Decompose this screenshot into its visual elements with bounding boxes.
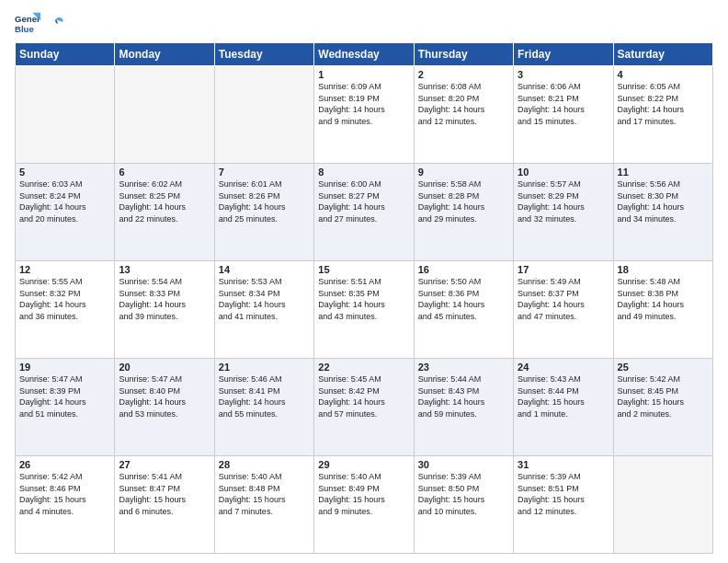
calendar-cell: 13Sunrise: 5:54 AM Sunset: 8:33 PM Dayli… <box>115 261 214 359</box>
col-thursday: Thursday <box>414 43 513 66</box>
logo: General Blue <box>15 11 64 37</box>
logo-bird-icon <box>48 16 64 32</box>
day-number: 4 <box>618 69 709 80</box>
day-number: 8 <box>318 167 409 178</box>
calendar-cell: 10Sunrise: 5:57 AM Sunset: 8:29 PM Dayli… <box>514 164 613 261</box>
calendar-week-row: 12Sunrise: 5:55 AM Sunset: 8:32 PM Dayli… <box>16 261 713 359</box>
day-number: 9 <box>418 167 509 178</box>
calendar-week-row: 26Sunrise: 5:42 AM Sunset: 8:46 PM Dayli… <box>16 456 713 554</box>
day-number: 31 <box>518 459 609 470</box>
day-info: Sunrise: 5:47 AM Sunset: 8:39 PM Dayligh… <box>19 373 110 419</box>
calendar-cell: 26Sunrise: 5:42 AM Sunset: 8:46 PM Dayli… <box>16 456 115 554</box>
day-info: Sunrise: 5:45 AM Sunset: 8:42 PM Dayligh… <box>318 373 409 419</box>
day-info: Sunrise: 5:40 AM Sunset: 8:49 PM Dayligh… <box>318 471 409 517</box>
day-info: Sunrise: 5:55 AM Sunset: 8:32 PM Dayligh… <box>19 276 110 322</box>
calendar-cell: 20Sunrise: 5:47 AM Sunset: 8:40 PM Dayli… <box>115 359 214 456</box>
day-number: 18 <box>618 264 709 275</box>
col-saturday: Saturday <box>613 43 712 66</box>
day-number: 1 <box>318 69 409 80</box>
calendar-cell: 2Sunrise: 6:08 AM Sunset: 8:20 PM Daylig… <box>414 66 513 164</box>
logo-icon: General Blue <box>15 11 40 37</box>
day-info: Sunrise: 5:53 AM Sunset: 8:34 PM Dayligh… <box>219 276 310 322</box>
svg-text:Blue: Blue <box>15 24 34 34</box>
calendar-cell: 30Sunrise: 5:39 AM Sunset: 8:50 PM Dayli… <box>414 456 513 554</box>
day-info: Sunrise: 5:56 AM Sunset: 8:30 PM Dayligh… <box>618 178 709 224</box>
calendar-header-row: Sunday Monday Tuesday Wednesday Thursday… <box>16 43 713 66</box>
day-info: Sunrise: 5:50 AM Sunset: 8:36 PM Dayligh… <box>418 276 509 322</box>
col-tuesday: Tuesday <box>214 43 313 66</box>
day-info: Sunrise: 5:57 AM Sunset: 8:29 PM Dayligh… <box>518 178 609 224</box>
day-number: 29 <box>318 459 409 470</box>
col-friday: Friday <box>514 43 613 66</box>
day-info: Sunrise: 6:01 AM Sunset: 8:26 PM Dayligh… <box>219 178 310 224</box>
day-number: 16 <box>418 264 509 275</box>
calendar-cell: 19Sunrise: 5:47 AM Sunset: 8:39 PM Dayli… <box>16 359 115 456</box>
day-number: 17 <box>518 264 609 275</box>
calendar-cell: 11Sunrise: 5:56 AM Sunset: 8:30 PM Dayli… <box>613 164 712 261</box>
day-number: 25 <box>618 362 709 373</box>
day-info: Sunrise: 5:49 AM Sunset: 8:37 PM Dayligh… <box>518 276 609 322</box>
calendar-table: Sunday Monday Tuesday Wednesday Thursday… <box>15 42 713 554</box>
calendar-cell: 8Sunrise: 6:00 AM Sunset: 8:27 PM Daylig… <box>314 164 414 261</box>
day-number: 6 <box>119 167 210 178</box>
day-info: Sunrise: 5:44 AM Sunset: 8:43 PM Dayligh… <box>418 373 509 419</box>
calendar-cell <box>613 456 712 554</box>
day-number: 7 <box>219 167 310 178</box>
calendar-cell: 6Sunrise: 6:02 AM Sunset: 8:25 PM Daylig… <box>115 164 214 261</box>
calendar-cell: 9Sunrise: 5:58 AM Sunset: 8:28 PM Daylig… <box>414 164 513 261</box>
day-info: Sunrise: 5:42 AM Sunset: 8:46 PM Dayligh… <box>19 471 110 517</box>
calendar-cell: 24Sunrise: 5:43 AM Sunset: 8:44 PM Dayli… <box>514 359 613 456</box>
day-info: Sunrise: 6:00 AM Sunset: 8:27 PM Dayligh… <box>318 178 409 224</box>
calendar-cell: 22Sunrise: 5:45 AM Sunset: 8:42 PM Dayli… <box>314 359 414 456</box>
calendar-cell: 3Sunrise: 6:06 AM Sunset: 8:21 PM Daylig… <box>514 66 613 164</box>
day-info: Sunrise: 6:02 AM Sunset: 8:25 PM Dayligh… <box>119 178 210 224</box>
calendar-cell: 27Sunrise: 5:41 AM Sunset: 8:47 PM Dayli… <box>115 456 214 554</box>
calendar-week-row: 1Sunrise: 6:09 AM Sunset: 8:19 PM Daylig… <box>16 66 713 164</box>
day-number: 3 <box>518 69 609 80</box>
day-number: 13 <box>119 264 210 275</box>
calendar-cell: 29Sunrise: 5:40 AM Sunset: 8:49 PM Dayli… <box>314 456 414 554</box>
day-info: Sunrise: 5:51 AM Sunset: 8:35 PM Dayligh… <box>318 276 409 322</box>
day-number: 5 <box>19 167 110 178</box>
day-number: 19 <box>19 362 110 373</box>
day-number: 14 <box>219 264 310 275</box>
day-info: Sunrise: 6:05 AM Sunset: 8:22 PM Dayligh… <box>618 81 709 127</box>
day-number: 22 <box>318 362 409 373</box>
col-monday: Monday <box>115 43 214 66</box>
calendar-cell: 25Sunrise: 5:42 AM Sunset: 8:45 PM Dayli… <box>613 359 712 456</box>
day-number: 24 <box>518 362 609 373</box>
col-wednesday: Wednesday <box>314 43 414 66</box>
day-number: 10 <box>518 167 609 178</box>
day-number: 11 <box>618 167 709 178</box>
header: General Blue <box>15 11 713 37</box>
day-info: Sunrise: 5:39 AM Sunset: 8:50 PM Dayligh… <box>418 471 509 517</box>
day-number: 15 <box>318 264 409 275</box>
day-info: Sunrise: 5:46 AM Sunset: 8:41 PM Dayligh… <box>219 373 310 419</box>
calendar-cell: 12Sunrise: 5:55 AM Sunset: 8:32 PM Dayli… <box>16 261 115 359</box>
calendar-cell: 16Sunrise: 5:50 AM Sunset: 8:36 PM Dayli… <box>414 261 513 359</box>
col-sunday: Sunday <box>16 43 115 66</box>
day-info: Sunrise: 5:43 AM Sunset: 8:44 PM Dayligh… <box>518 373 609 419</box>
calendar-week-row: 5Sunrise: 6:03 AM Sunset: 8:24 PM Daylig… <box>16 164 713 261</box>
calendar-cell <box>115 66 214 164</box>
calendar-week-row: 19Sunrise: 5:47 AM Sunset: 8:39 PM Dayli… <box>16 359 713 456</box>
day-info: Sunrise: 5:42 AM Sunset: 8:45 PM Dayligh… <box>618 373 709 419</box>
day-number: 12 <box>19 264 110 275</box>
day-info: Sunrise: 6:06 AM Sunset: 8:21 PM Dayligh… <box>518 81 609 127</box>
day-number: 30 <box>418 459 509 470</box>
calendar-cell: 14Sunrise: 5:53 AM Sunset: 8:34 PM Dayli… <box>214 261 313 359</box>
day-number: 28 <box>219 459 310 470</box>
day-info: Sunrise: 5:41 AM Sunset: 8:47 PM Dayligh… <box>119 471 210 517</box>
day-number: 21 <box>219 362 310 373</box>
calendar-cell: 5Sunrise: 6:03 AM Sunset: 8:24 PM Daylig… <box>16 164 115 261</box>
calendar-cell: 31Sunrise: 5:39 AM Sunset: 8:51 PM Dayli… <box>514 456 613 554</box>
day-number: 20 <box>119 362 210 373</box>
calendar-cell: 4Sunrise: 6:05 AM Sunset: 8:22 PM Daylig… <box>613 66 712 164</box>
day-info: Sunrise: 5:48 AM Sunset: 8:38 PM Dayligh… <box>618 276 709 322</box>
day-info: Sunrise: 5:58 AM Sunset: 8:28 PM Dayligh… <box>418 178 509 224</box>
calendar-cell <box>16 66 115 164</box>
day-info: Sunrise: 5:39 AM Sunset: 8:51 PM Dayligh… <box>518 471 609 517</box>
calendar-cell: 17Sunrise: 5:49 AM Sunset: 8:37 PM Dayli… <box>514 261 613 359</box>
calendar-cell: 23Sunrise: 5:44 AM Sunset: 8:43 PM Dayli… <box>414 359 513 456</box>
calendar-cell: 7Sunrise: 6:01 AM Sunset: 8:26 PM Daylig… <box>214 164 313 261</box>
